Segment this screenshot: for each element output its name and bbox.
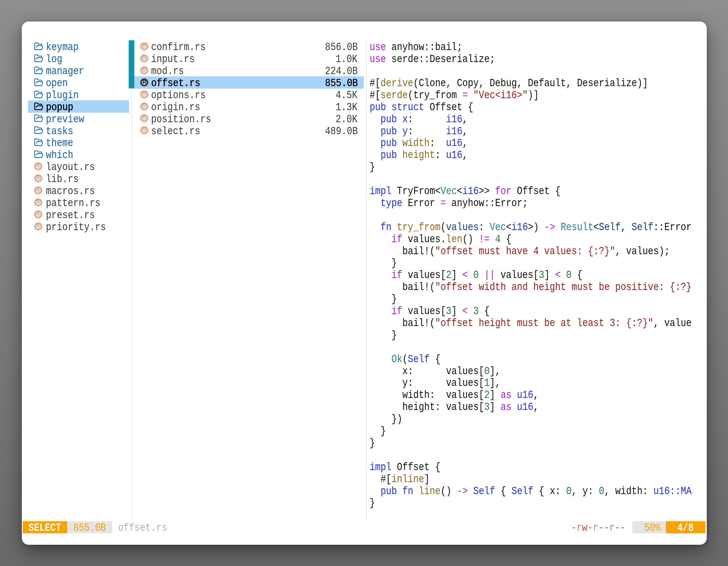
svg-text:R: R xyxy=(142,128,146,133)
svg-text:R: R xyxy=(36,200,40,205)
svg-text:R: R xyxy=(142,79,146,85)
svg-text:R: R xyxy=(142,43,146,49)
svg-text:R: R xyxy=(36,224,40,229)
svg-text:R: R xyxy=(36,212,40,217)
svg-text:R: R xyxy=(142,104,146,109)
svg-text:R: R xyxy=(36,175,40,181)
svg-text:R: R xyxy=(142,91,146,97)
svg-text:R: R xyxy=(36,187,40,193)
svg-text:R: R xyxy=(36,163,40,169)
svg-text:R: R xyxy=(142,116,146,121)
svg-text:R: R xyxy=(142,67,146,73)
svg-text:R: R xyxy=(142,55,146,61)
